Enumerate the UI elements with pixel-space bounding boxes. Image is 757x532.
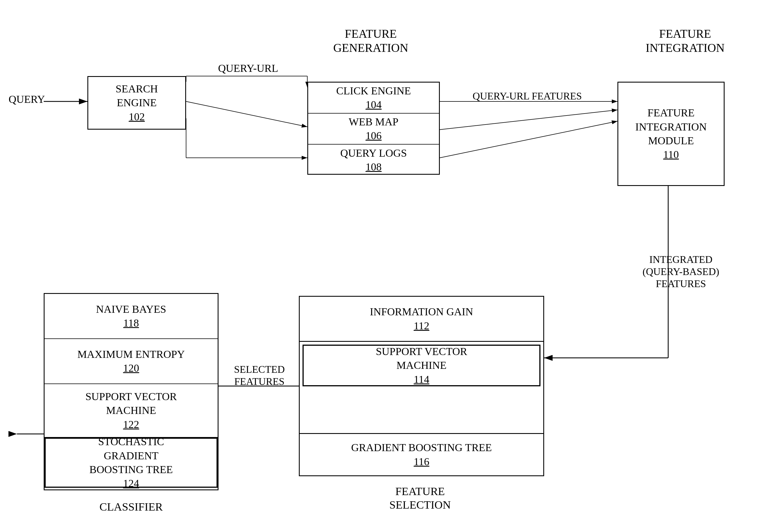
stochastic-gradient-section: STOCHASTIC GRADIENT BOOSTING TREE 124	[45, 438, 218, 488]
feature-selection-label: FEATURESELECTION	[310, 485, 530, 512]
svm-selection-label1: SUPPORT VECTOR	[376, 345, 467, 358]
feature-generation-outer-box: CLICK ENGINE 104 WEB MAP 106 QUERY LOGS …	[307, 82, 440, 175]
query-url-features-label: QUERY-URL FEATURES	[445, 90, 609, 102]
svm-classifier-section: SUPPORT VECTOR MACHINE 122	[45, 384, 218, 438]
query-url-label: QUERY-URL	[206, 62, 290, 75]
stochastic-label3: BOOSTING TREE	[89, 463, 173, 477]
feature-generation-label: FEATUREGENERATION	[307, 27, 434, 55]
search-engine-line1: SEARCH	[116, 82, 158, 96]
feature-integration-label: FEATUREINTEGRATION	[620, 27, 750, 55]
fim-num: 110	[663, 148, 679, 162]
query-logs-num: 108	[366, 160, 382, 174]
maximum-entropy-label: MAXIMUM ENTROPY	[77, 347, 185, 361]
web-map-num: 106	[366, 129, 382, 143]
query-logs-section: QUERY LOGS 108	[308, 145, 439, 176]
query-logs-label: QUERY LOGS	[340, 146, 407, 160]
stochastic-label2: GRADIENT	[104, 449, 159, 463]
information-gain-section: INFORMATION GAIN 112	[300, 297, 543, 342]
gradient-boosting-num: 116	[413, 455, 429, 469]
naive-bayes-num: 118	[123, 316, 139, 330]
fim-line1: FEATURE	[648, 106, 695, 120]
search-engine-num: 102	[129, 110, 145, 124]
svg-line-6	[186, 102, 307, 127]
classifier-label: CLASSIFIER	[44, 500, 219, 514]
gradient-boosting-section: GRADIENT BOOSTING TREE 116	[300, 433, 543, 475]
web-map-section: WEB MAP 106	[308, 114, 439, 145]
svm-classifier-label2: MACHINE	[106, 403, 156, 417]
fim-line3: MODULE	[648, 134, 694, 148]
web-map-label: WEB MAP	[349, 115, 398, 129]
maximum-entropy-section: MAXIMUM ENTROPY 120	[45, 339, 218, 384]
stochastic-num: 124	[123, 477, 139, 490]
svm-selection-label2: MACHINE	[396, 358, 446, 372]
naive-bayes-section: NAIVE BAYES 118	[45, 294, 218, 339]
search-engine-line2: ENGINE	[117, 96, 157, 110]
information-gain-num: 112	[413, 319, 429, 333]
svm-classifier-num: 122	[123, 418, 139, 431]
click-engine-num: 104	[366, 98, 382, 112]
svm-selection-section: SUPPORT VECTOR MACHINE 114	[303, 345, 540, 386]
search-engine-box: SEARCH ENGINE 102	[87, 76, 186, 130]
fim-line2: INTEGRATION	[635, 120, 707, 134]
gradient-boosting-label: GRADIENT BOOSTING TREE	[351, 441, 492, 455]
classifier-outer-box: NAIVE BAYES 118 MAXIMUM ENTROPY 120 SUPP…	[44, 293, 219, 490]
svm-classifier-label1: SUPPORT VECTOR	[85, 390, 177, 403]
integrated-features-label: INTEGRATED(QUERY-BASED)FEATURES	[618, 253, 744, 290]
feature-selection-outer-box: INFORMATION GAIN 112 SUPPORT VECTOR MACH…	[299, 296, 544, 476]
svm-selection-num: 114	[413, 372, 429, 386]
feature-integration-module-box: FEATURE INTEGRATION MODULE 110	[618, 82, 725, 186]
query-label: QUERY	[9, 93, 45, 106]
click-engine-section: CLICK ENGINE 104	[308, 82, 439, 114]
naive-bayes-label: NAIVE BAYES	[96, 302, 167, 316]
maximum-entropy-num: 120	[123, 361, 139, 375]
diagram: QUERY SEARCH ENGINE 102 QUERY-URL FEATUR…	[0, 0, 757, 532]
click-engine-label: CLICK ENGINE	[336, 84, 411, 98]
information-gain-label: INFORMATION GAIN	[370, 305, 473, 319]
selected-features-label: SELECTEDFEATURES	[223, 364, 296, 388]
stochastic-label1: STOCHASTIC	[98, 435, 164, 449]
